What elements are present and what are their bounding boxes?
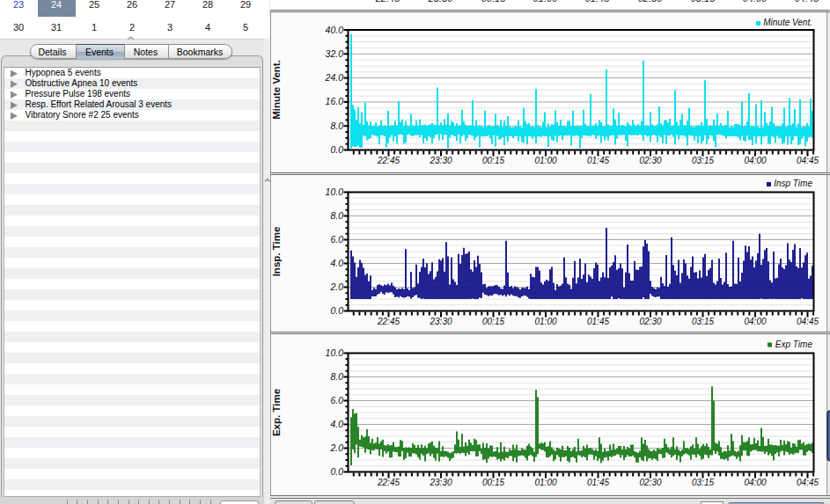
svg-text:2.0: 2.0 xyxy=(329,281,343,292)
svg-text:04:45: 04:45 xyxy=(796,156,818,165)
svg-text:00:15: 00:15 xyxy=(481,156,503,165)
svg-text:0.0: 0.0 xyxy=(330,144,343,155)
svg-text:03:15: 03:15 xyxy=(691,317,713,326)
svg-text:Insp Time: Insp Time xyxy=(774,179,812,188)
svg-text:23:30: 23:30 xyxy=(429,317,452,326)
svg-text:01:00: 01:00 xyxy=(534,478,556,487)
svg-text:03:15: 03:15 xyxy=(691,478,713,487)
svg-text:6.0: 6.0 xyxy=(330,234,343,245)
svg-text:01:00: 01:00 xyxy=(534,317,556,326)
svg-text:04:45: 04:45 xyxy=(796,317,818,326)
svg-text:00:15: 00:15 xyxy=(481,478,503,487)
svg-text:02:30: 02:30 xyxy=(639,156,661,165)
svg-text:6.0: 6.0 xyxy=(330,395,343,405)
svg-text:32.0: 32.0 xyxy=(325,48,343,59)
svg-text:Minute Vent.: Minute Vent. xyxy=(763,18,812,27)
svg-text:04:00: 04:00 xyxy=(744,478,766,487)
svg-text:24.0: 24.0 xyxy=(324,72,343,83)
svg-text:02:30: 02:30 xyxy=(639,478,661,487)
svg-text:02:30: 02:30 xyxy=(639,317,661,326)
svg-text:8.0: 8.0 xyxy=(330,121,343,131)
svg-text:8.0: 8.0 xyxy=(330,210,343,221)
svg-text:00:15: 00:15 xyxy=(481,317,503,326)
svg-text:Exp. Time: Exp. Time xyxy=(271,389,282,436)
svg-text:8.0: 8.0 xyxy=(330,371,343,382)
svg-text:16.0: 16.0 xyxy=(325,96,343,106)
svg-text:0.0: 0.0 xyxy=(330,305,343,316)
svg-text:23:30: 23:30 xyxy=(429,478,452,487)
svg-text:23:30: 23:30 xyxy=(429,156,452,165)
svg-text:03:15: 03:15 xyxy=(691,156,713,165)
svg-text:2.0: 2.0 xyxy=(329,442,343,453)
svg-text:0.0: 0.0 xyxy=(330,466,343,477)
svg-text:10.0: 10.0 xyxy=(325,186,343,197)
svg-text:10.0: 10.0 xyxy=(325,347,343,358)
svg-text:22:45: 22:45 xyxy=(376,478,399,487)
svg-text:40.0: 40.0 xyxy=(325,25,343,35)
svg-text:01:00: 01:00 xyxy=(534,156,556,165)
svg-text:22:45: 22:45 xyxy=(376,156,399,165)
svg-text:Insp. Time: Insp. Time xyxy=(271,227,282,277)
svg-text:04:45: 04:45 xyxy=(796,478,818,487)
svg-text:22:45: 22:45 xyxy=(376,317,399,326)
svg-text:04:00: 04:00 xyxy=(744,156,766,165)
svg-text:4.0: 4.0 xyxy=(330,419,343,429)
svg-text:01:45: 01:45 xyxy=(586,478,608,487)
svg-text:01:45: 01:45 xyxy=(586,156,608,165)
svg-text:04:00: 04:00 xyxy=(744,317,766,326)
svg-text:Minute Vent.: Minute Vent. xyxy=(271,60,282,120)
svg-text:Exp Time: Exp Time xyxy=(775,340,812,349)
svg-text:01:45: 01:45 xyxy=(586,317,608,326)
svg-text:4.0: 4.0 xyxy=(330,258,343,268)
